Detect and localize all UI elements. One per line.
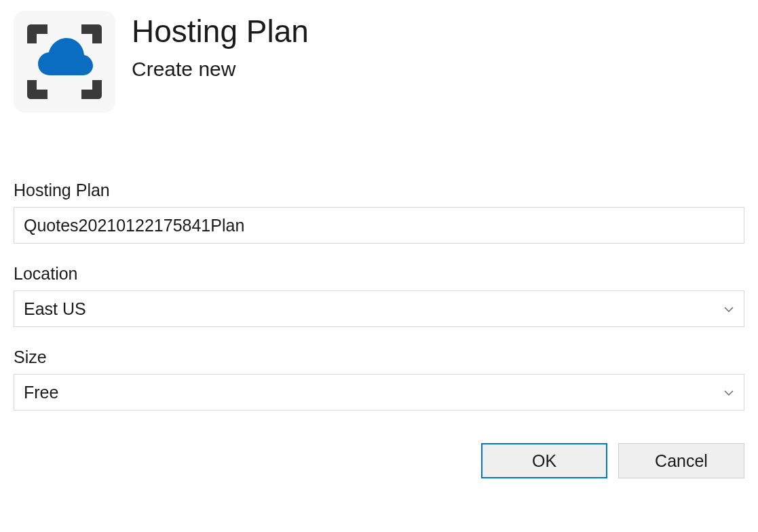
location-select-wrap: East US [14,290,744,327]
cancel-button[interactable]: Cancel [618,443,744,478]
size-select-wrap: Free [14,374,744,411]
dialog-subtitle: Create new [132,58,309,81]
size-select[interactable]: Free [14,374,744,411]
hosting-plan-field-group: Hosting Plan [14,180,744,244]
hosting-plan-input[interactable] [14,207,744,244]
cloud-frame-icon [20,18,109,106]
location-field-group: Location East US [14,264,744,327]
location-select[interactable]: East US [14,290,744,327]
hosting-plan-label: Hosting Plan [14,180,744,200]
form: Hosting Plan Location East US Size Free … [14,180,744,478]
hosting-plan-icon [14,11,115,113]
location-label: Location [14,264,744,284]
size-field-group: Size Free [14,347,744,411]
dialog-title: Hosting Plan [132,14,309,50]
button-row: OK Cancel [14,443,744,478]
ok-button[interactable]: OK [481,443,607,478]
size-label: Size [14,347,744,367]
dialog-header: Hosting Plan Create new [14,8,744,113]
title-block: Hosting Plan Create new [132,8,309,81]
